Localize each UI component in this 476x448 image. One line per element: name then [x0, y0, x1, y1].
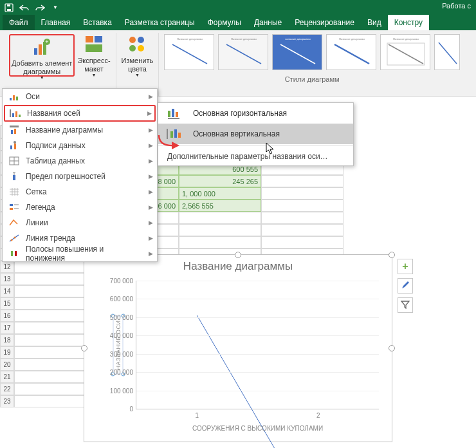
chart-selection-handle[interactable] [389, 252, 395, 258]
chart-title-icon [8, 124, 21, 136]
menu-item-trendline[interactable]: Линия тренда▶ [3, 230, 157, 246]
plot-area[interactable]: НАЗВАНИЕ ОСИ СООРУЖЕНИЯ С ВЫСОКИМИ КУПОЛ… [136, 281, 379, 409]
menu-item-label: Линия тренда [26, 234, 143, 243]
qat-customize-icon[interactable]: ▼ [50, 3, 60, 13]
primary-vertical-icon [166, 127, 184, 141]
y-axis-title[interactable]: НАЗВАНИЕ ОСИ [113, 315, 124, 374]
chart-style-6[interactable] [434, 34, 460, 70]
tab-review[interactable]: Рецензирование [288, 15, 361, 30]
row-header[interactable]: 17 [0, 322, 14, 334]
chart-style-3[interactable]: название диаграммы [272, 34, 322, 70]
chevron-right-icon: ▶ [149, 158, 153, 164]
svg-rect-2 [7, 5, 10, 6]
primary-horizontal-label: Основная горизонтальная [193, 109, 287, 118]
menu-item-error-bars[interactable]: Предел погрешностей▶ [3, 169, 157, 184]
tab-data[interactable]: Данные [248, 15, 288, 30]
chart-selection-handle[interactable] [235, 252, 241, 258]
chart-elements-button[interactable]: + [398, 259, 413, 274]
menu-item-chart-title[interactable]: Название диаграммы▶ [3, 122, 157, 138]
svg-rect-37 [11, 130, 13, 134]
chart-styles-button[interactable] [398, 278, 413, 294]
chart-style-4[interactable]: Название диаграммы [326, 34, 376, 70]
y-tick-label: 300 000 [98, 350, 133, 357]
svg-rect-38 [14, 129, 16, 134]
tab-home[interactable]: Главная [35, 15, 77, 30]
row-header[interactable]: 18 [0, 334, 14, 346]
tab-page-layout[interactable]: Разметка страницы [118, 15, 201, 30]
group-chart-styles: Название диаграммы Название диаграммы на… [159, 33, 465, 96]
chart-style-1[interactable]: Название диаграммы [164, 34, 214, 70]
title-bar: Работа с [442, 2, 471, 10]
row-header[interactable]: 15 [0, 297, 14, 310]
row-header[interactable]: 19 [0, 346, 14, 359]
primary-horizontal-item[interactable]: Основная горизонтальная [158, 103, 353, 124]
add-chart-element-button[interactable]: + Добавить элемент диаграммы ▼ [9, 34, 75, 77]
chevron-right-icon: ▶ [149, 189, 153, 195]
menu-item-data-labels[interactable]: Подписи данных▶ [3, 138, 157, 153]
tab-formulas[interactable]: Формулы [201, 15, 248, 30]
chart-style-2[interactable]: Название диаграммы [218, 34, 268, 70]
menu-item-legend[interactable]: Легенда▶ [3, 200, 157, 215]
tab-insert[interactable]: Вставка [77, 15, 118, 30]
change-colors-button[interactable]: Изменить цвета ▼ [122, 34, 154, 77]
svg-rect-63 [178, 133, 181, 138]
row-header[interactable]: 12 [0, 261, 14, 273]
save-icon[interactable] [4, 3, 14, 13]
tab-design[interactable]: Констру [388, 15, 429, 30]
menu-item-gridlines[interactable]: Сетка▶ [3, 184, 157, 200]
add-chart-element-icon: + [32, 37, 52, 57]
embedded-chart[interactable]: Название диаграммы НАЗВАНИЕ ОСИ СООРУЖЕН… [84, 254, 392, 442]
undo-icon[interactable] [19, 3, 30, 13]
row-header[interactable]: 16 [0, 310, 14, 322]
svg-rect-39 [10, 145, 12, 149]
chart-selection-handle[interactable] [81, 345, 87, 351]
redo-icon[interactable] [35, 3, 45, 13]
funnel-icon [401, 300, 410, 311]
svg-rect-55 [15, 251, 17, 256]
row-header[interactable]: 23 [0, 395, 14, 407]
y-tick-label: 200 000 [98, 369, 133, 376]
row-header[interactable]: 21 [0, 371, 14, 383]
svg-rect-62 [174, 129, 177, 138]
group-chart-layouts: + Добавить элемент диаграммы ▼ Экспресс-… [4, 33, 116, 96]
svg-line-26 [389, 44, 423, 64]
chart-selection-handle[interactable] [389, 345, 395, 351]
svg-rect-34 [15, 111, 17, 117]
updown-bars-icon [8, 248, 21, 259]
row-header[interactable]: 22 [0, 383, 14, 395]
quick-layout-button[interactable]: Экспресс- макет ▼ [77, 34, 110, 77]
menu-item-axes[interactable]: Оси▶ [3, 89, 157, 104]
chart-style-5[interactable]: Название диаграммы [380, 34, 430, 70]
add-chart-element-menu: Оси▶Названия осей▶Название диаграммы▶Под… [2, 88, 158, 262]
row-header[interactable]: 13 [0, 273, 14, 285]
group-change-colors: Изменить цвета ▼ [116, 33, 160, 96]
primary-vertical-label: Основная вертикальная [193, 129, 280, 138]
gridline [136, 335, 379, 336]
svg-line-16 [172, 44, 207, 64]
menu-item-label: Название диаграммы [26, 126, 143, 135]
chart-filters-button[interactable] [398, 297, 413, 313]
error-bars-icon [8, 171, 21, 182]
ribbon: + Добавить элемент диаграммы ▼ Экспресс-… [0, 30, 476, 97]
y-tick-label: 600 000 [98, 295, 133, 303]
menu-item-updown-bars[interactable]: Полосы повышения и понижения▶ [3, 246, 157, 261]
svg-rect-10 [86, 44, 102, 52]
svg-rect-1 [7, 9, 11, 11]
svg-rect-60 [167, 129, 168, 139]
row-header[interactable]: 14 [0, 285, 14, 297]
menu-item-label: Подписи данных [26, 141, 143, 150]
menu-item-axis-titles[interactable]: Названия осей▶ [4, 105, 156, 122]
data-series-line[interactable] [136, 281, 379, 448]
svg-rect-36 [10, 126, 19, 127]
menu-item-lines[interactable]: Линии▶ [3, 215, 157, 230]
svg-text:Название диаграммы: Название диаграммы [177, 37, 203, 41]
tab-view[interactable]: Вид [361, 15, 388, 30]
svg-text:название диаграммы: название диаграммы [286, 37, 311, 41]
tab-file[interactable]: Файл [3, 15, 35, 30]
svg-point-12 [138, 37, 144, 43]
menu-item-data-table[interactable]: Таблица данных▶ [3, 153, 157, 169]
more-axis-title-options[interactable]: Дополнительные параметры названия оси… [158, 147, 353, 165]
row-header[interactable]: 20 [0, 359, 14, 371]
gridline [136, 354, 379, 355]
primary-vertical-item[interactable]: Основная вертикальная [158, 124, 353, 144]
